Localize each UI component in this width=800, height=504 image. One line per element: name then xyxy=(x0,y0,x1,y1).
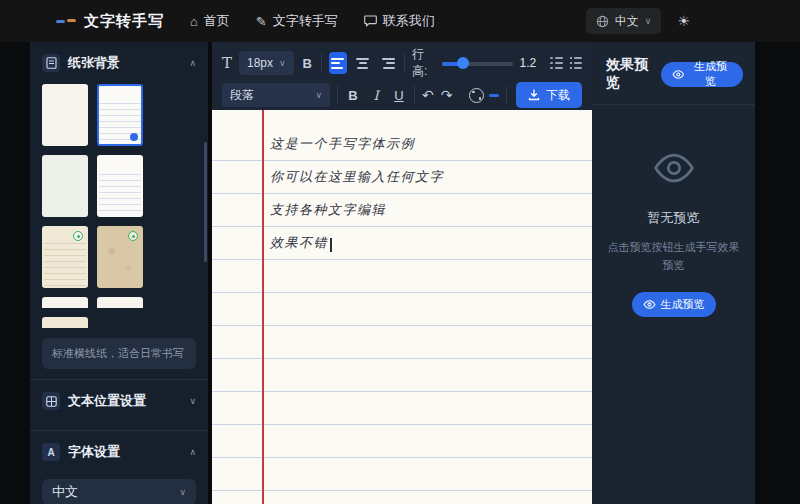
align-left-button[interactable] xyxy=(329,52,347,74)
editor-toolbar-row1: T 18px ∨ B 行高: 1.2 xyxy=(212,46,592,80)
font-language-select[interactable]: 中文 ∨ xyxy=(42,479,196,504)
language-selector[interactable]: 中文 ∨ xyxy=(586,8,662,34)
paper-thumbnail-partial[interactable] xyxy=(42,317,88,328)
color-palette-icon[interactable] xyxy=(469,88,484,103)
divider xyxy=(414,86,415,104)
line-height-slider[interactable] xyxy=(442,56,513,70)
nav-item-home[interactable]: ⌂ 首页 xyxy=(190,12,230,30)
paper-thumbnail-grid xyxy=(30,82,208,328)
section-title: 文本位置设置 xyxy=(68,392,181,410)
handwritten-text[interactable]: 这是一个手写字体示例 你可以在这里输入任何文字 支持各种文字编辑 效果不错 xyxy=(270,127,582,259)
bullet-list-button[interactable] xyxy=(550,57,562,70)
section-title: 字体设置 xyxy=(68,443,181,461)
paper-settings-sidebar: 纸张背景 ∧ 标准横线纸，适合日常书写 文本位置设置 ∨ A 字体设置 ∧ 中文… xyxy=(30,42,208,504)
paper-thumbnail-vintage-kraft[interactable] xyxy=(97,226,143,288)
paragraph-value: 段落 xyxy=(230,87,254,104)
paper-thumbnail-partial[interactable] xyxy=(97,297,143,308)
download-button[interactable]: 下载 xyxy=(516,82,582,108)
nav-item-label: 文字转手写 xyxy=(273,12,338,30)
theme-toggle-sun-icon[interactable]: ☀ xyxy=(677,13,690,29)
underline-button[interactable]: U xyxy=(391,88,407,103)
handwritten-line: 这是一个手写字体示例 xyxy=(270,127,582,160)
text-cursor xyxy=(330,238,332,252)
nav-item-converter[interactable]: ✎ 文字转手写 xyxy=(256,12,338,30)
main-nav: ⌂ 首页 ✎ 文字转手写 联系我们 xyxy=(190,12,435,30)
line-height-value: 1.2 xyxy=(520,56,537,70)
paper-thumbnail-partial[interactable] xyxy=(42,297,88,308)
slider-knob[interactable] xyxy=(457,57,469,69)
preview-title: 效果预览 xyxy=(606,56,661,92)
editor-area: T 18px ∨ B 行高: 1.2 段落 ∨ xyxy=(212,42,592,504)
logo-icon xyxy=(56,15,76,27)
undo-icon[interactable]: ↶ xyxy=(422,88,434,102)
navbar-right: 中文 ∨ ☀ xyxy=(586,8,690,34)
download-label: 下载 xyxy=(546,87,570,104)
writing-canvas[interactable]: 这是一个手写字体示例 你可以在这里输入任何文字 支持各种文字编辑 效果不错 xyxy=(212,110,592,504)
paper-thumbnail-lined-selected[interactable] xyxy=(97,84,143,146)
chevron-up-icon: ∧ xyxy=(189,447,196,457)
paper-background-section-header[interactable]: 纸张背景 ∧ xyxy=(30,42,208,82)
align-right-icon xyxy=(382,58,395,69)
home-icon: ⌂ xyxy=(190,14,198,29)
text-position-section-header[interactable]: 文本位置设置 ∨ xyxy=(30,380,208,420)
nav-item-label: 首页 xyxy=(204,12,230,30)
font-size-value: 18px xyxy=(247,56,273,70)
pen-icon: ✎ xyxy=(256,14,267,29)
align-right-button[interactable] xyxy=(379,52,397,74)
generate-preview-button[interactable]: 生成预览 xyxy=(632,292,716,317)
generate-preview-label: 生成预览 xyxy=(661,297,705,312)
eye-icon xyxy=(672,70,685,79)
language-label: 中文 xyxy=(615,13,639,30)
preview-header: 效果预览 生成预览 xyxy=(592,42,755,104)
bold-button[interactable]: B xyxy=(301,56,314,71)
app-logo[interactable]: 文字转手写 xyxy=(56,12,164,31)
align-center-icon xyxy=(356,58,369,69)
paper-thumbnail-blank-white[interactable] xyxy=(42,84,88,146)
premium-badge-icon xyxy=(128,231,138,241)
generate-preview-button-top[interactable]: 生成预览 xyxy=(661,62,743,87)
preview-empty-state: 暂无预览 点击预览按钮生成手写效果预览 生成预览 xyxy=(592,105,755,317)
color-indicator xyxy=(489,94,499,97)
bold-button[interactable]: B xyxy=(345,88,361,103)
premium-badge-icon xyxy=(73,231,83,241)
italic-button[interactable]: I xyxy=(368,88,384,103)
chevron-up-icon: ∧ xyxy=(189,58,196,68)
text-style-icon[interactable]: T xyxy=(222,56,232,71)
top-navbar: 文字转手写 ⌂ 首页 ✎ 文字转手写 联系我们 中文 ∨ ☀ xyxy=(0,0,800,42)
download-icon xyxy=(528,89,540,101)
font-language-value: 中文 xyxy=(52,483,78,501)
nav-item-label: 联系我们 xyxy=(383,12,435,30)
divider xyxy=(404,54,405,72)
position-grid-icon xyxy=(42,392,60,410)
paper-thumbnail-lined-cream[interactable] xyxy=(42,226,88,288)
document-icon xyxy=(42,54,60,72)
align-center-button[interactable] xyxy=(354,52,372,74)
paragraph-select[interactable]: 段落 ∨ xyxy=(222,83,330,107)
eye-icon xyxy=(643,300,656,309)
sidebar-scrollbar[interactable] xyxy=(204,142,207,262)
chevron-down-icon: ∨ xyxy=(279,58,286,68)
preview-panel: 效果预览 生成预览 暂无预览 点击预览按钮生成手写效果预览 生成预览 xyxy=(592,42,755,504)
chevron-down-icon: ∨ xyxy=(645,16,652,26)
chat-icon xyxy=(364,15,377,27)
nav-item-contact[interactable]: 联系我们 xyxy=(364,12,435,30)
chevron-down-icon: ∨ xyxy=(189,396,196,406)
chevron-down-icon: ∨ xyxy=(179,487,186,497)
paper-thumbnail-blank-mint[interactable] xyxy=(42,155,88,217)
paper-description: 标准横线纸，适合日常书写 xyxy=(42,338,196,369)
redo-icon[interactable]: ↷ xyxy=(441,88,453,102)
globe-icon xyxy=(596,15,609,28)
app-title: 文字转手写 xyxy=(84,12,164,31)
align-left-icon xyxy=(331,58,344,69)
numbered-list-button[interactable] xyxy=(570,57,582,70)
divider xyxy=(321,54,322,72)
handwritten-line: 你可以在这里输入任何文字 xyxy=(270,160,582,193)
empty-state-title: 暂无预览 xyxy=(648,209,700,227)
margin-line xyxy=(262,110,264,504)
font-settings-section-header[interactable]: A 字体设置 ∧ xyxy=(30,431,208,471)
font-size-select[interactable]: 18px ∨ xyxy=(239,51,294,75)
eye-outline-icon xyxy=(652,153,696,183)
paper-thumbnail-lined-white[interactable] xyxy=(97,155,143,217)
generate-preview-label: 生成预览 xyxy=(689,59,732,89)
font-a-icon: A xyxy=(42,443,60,461)
